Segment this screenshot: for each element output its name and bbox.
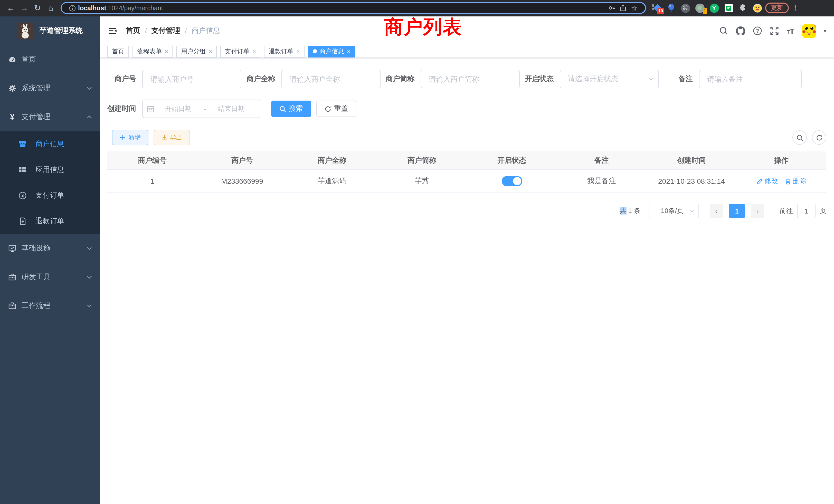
password-key-icon[interactable] bbox=[606, 4, 617, 12]
reset-button[interactable]: 重置 bbox=[316, 100, 356, 117]
close-icon[interactable]: × bbox=[253, 48, 256, 54]
close-icon[interactable]: × bbox=[209, 48, 212, 54]
goto-page-input[interactable] bbox=[797, 204, 815, 218]
share-icon[interactable] bbox=[617, 4, 629, 12]
avatar-dropdown-caret-icon[interactable]: ▾ bbox=[824, 28, 826, 33]
cell-full-name: 芋道源码 bbox=[287, 177, 377, 186]
filter-row-2: 创建时间 开始日期 - 结束日期 bbox=[107, 99, 826, 118]
extension-badge-1: 1 bbox=[703, 8, 707, 14]
filter-row-1: 商户号 商户全称 商户简称 开启状态 请选择开启状态 bbox=[107, 70, 826, 88]
url-host: localhost bbox=[78, 4, 106, 12]
status-toggle[interactable] bbox=[502, 176, 522, 186]
tab-merchant-info[interactable]: 商户信息× bbox=[308, 45, 355, 57]
export-button[interactable]: 导出 bbox=[154, 130, 190, 145]
font-size-icon[interactable]: TT bbox=[787, 26, 794, 35]
bookmark-star-icon[interactable]: ☆ bbox=[629, 4, 640, 12]
briefcase-icon bbox=[8, 273, 17, 281]
extension-y-icon[interactable]: Y bbox=[709, 3, 719, 13]
tab-refund-order[interactable]: 退款订单× bbox=[264, 45, 305, 57]
status-select[interactable]: 请选择开启状态 bbox=[560, 70, 659, 88]
close-icon[interactable]: × bbox=[297, 48, 300, 54]
add-button[interactable]: 新增 bbox=[112, 130, 148, 145]
end-date-placeholder: 结束日期 bbox=[207, 104, 256, 113]
merchant-name-input[interactable] bbox=[281, 70, 380, 88]
sidebar-item-system-management[interactable]: 系统管理 bbox=[0, 74, 100, 102]
merchant-short-name-input[interactable] bbox=[421, 70, 520, 88]
address-bar[interactable]: localhost:1024/pay/merchant ☆ bbox=[61, 2, 646, 14]
create-time-range-picker[interactable]: 开始日期 - 结束日期 bbox=[142, 99, 260, 118]
gear-icon bbox=[8, 84, 17, 92]
page-info-icon[interactable] bbox=[67, 4, 78, 12]
tab-pay-order[interactable]: 支付订单× bbox=[220, 45, 261, 57]
extension-chat-icon[interactable] bbox=[724, 3, 733, 13]
extension-emoji-icon[interactable] bbox=[752, 3, 762, 13]
navbar-actions: ? TT ▾ bbox=[719, 24, 826, 38]
extension-tabs-icon[interactable]: 10 bbox=[652, 3, 661, 13]
fullscreen-icon[interactable] bbox=[770, 26, 779, 36]
prev-page-button[interactable]: ‹ bbox=[710, 204, 723, 218]
browser-forward-button[interactable]: → bbox=[18, 1, 31, 15]
browser-back-button[interactable]: ← bbox=[4, 1, 18, 15]
close-icon[interactable]: × bbox=[165, 48, 168, 54]
extension-balloon-icon[interactable] bbox=[666, 3, 676, 13]
tab-home[interactable]: 首页 bbox=[107, 45, 129, 57]
sidebar-item-pay-management[interactable]: ¥ 支付管理 bbox=[0, 102, 100, 131]
page-size-select[interactable]: 10条/页 bbox=[649, 204, 699, 218]
sidebar-item-home[interactable]: 首页 bbox=[0, 45, 100, 74]
merchant-table: 商户编号 商户号 商户全称 商户简称 开启状态 备注 创建时间 操作 1 M23… bbox=[107, 152, 826, 193]
github-icon[interactable] bbox=[736, 26, 745, 36]
extension-command-icon[interactable]: ⌘ bbox=[680, 3, 690, 13]
page-number-1[interactable]: 1 bbox=[729, 204, 745, 218]
merchant-no-input[interactable] bbox=[142, 70, 241, 88]
sidebar-item-app-info[interactable]: 应用信息 bbox=[0, 157, 100, 183]
trash-icon bbox=[785, 178, 791, 184]
close-icon[interactable]: × bbox=[347, 48, 351, 54]
cell-create-time: 2021-10-23 08:31:14 bbox=[646, 177, 737, 185]
browser-menu-icon[interactable]: ⋮ bbox=[792, 4, 798, 12]
show-search-toggle-button[interactable] bbox=[792, 130, 807, 145]
next-page-button[interactable]: › bbox=[751, 204, 764, 218]
sidebar-item-workflow[interactable]: 工作流程 bbox=[0, 292, 100, 320]
chevron-down-icon bbox=[86, 303, 92, 309]
tab-process-form[interactable]: 流程表单× bbox=[132, 45, 173, 57]
breadcrumb: 首页 / 支付管理 / 商户信息 bbox=[126, 26, 220, 36]
filter-create-time: 创建时间 开始日期 - 结束日期 bbox=[107, 99, 260, 118]
extension-status-icon[interactable]: 1 bbox=[695, 3, 705, 13]
monitor-check-icon bbox=[8, 244, 17, 253]
sidebar-item-dev-tools[interactable]: 研发工具 bbox=[0, 263, 100, 292]
col-merchant-no: 商户号 bbox=[197, 156, 287, 165]
tab-user-group[interactable]: 用户分组× bbox=[176, 45, 217, 57]
pagination-total: 共 1 条 bbox=[620, 206, 640, 215]
browser-reload-button[interactable]: ↻ bbox=[31, 1, 44, 15]
search-icon[interactable] bbox=[719, 26, 728, 36]
browser-update-button[interactable]: 更新 bbox=[765, 3, 789, 13]
breadcrumb-pay-management[interactable]: 支付管理 bbox=[152, 26, 180, 36]
extension-puzzle-icon[interactable] bbox=[738, 3, 748, 13]
delete-link[interactable]: 删除 bbox=[785, 177, 807, 186]
svg-text:?: ? bbox=[756, 28, 759, 33]
sidebar-item-refund-order[interactable]: 退款订单 bbox=[0, 208, 100, 234]
sidebar-item-infrastructure[interactable]: 基础设施 bbox=[0, 234, 100, 263]
refresh-table-button[interactable] bbox=[812, 130, 826, 145]
sidebar-item-merchant-info[interactable]: 商户信息 bbox=[0, 131, 100, 157]
remark-input[interactable] bbox=[699, 70, 802, 88]
pagination-goto: 前往 页 bbox=[780, 204, 826, 218]
pencil-icon bbox=[756, 178, 763, 184]
breadcrumb-home[interactable]: 首页 bbox=[126, 26, 140, 36]
sidebar-toggle-hamburger-icon[interactable] bbox=[107, 26, 117, 36]
filter-status: 开启状态 请选择开启状态 bbox=[525, 70, 659, 88]
table-toolbar: 新增 导出 bbox=[112, 130, 826, 145]
app-root: ← → ↻ ⌂ localhost:1024/pay/merchant ☆ 10 bbox=[0, 0, 834, 504]
table-header-row: 商户编号 商户号 商户全称 商户简称 开启状态 备注 创建时间 操作 bbox=[107, 152, 826, 170]
edit-link[interactable]: 修改 bbox=[756, 177, 778, 186]
user-avatar[interactable] bbox=[802, 24, 816, 38]
col-remark: 备注 bbox=[557, 156, 646, 165]
help-icon[interactable]: ? bbox=[753, 26, 762, 36]
sidebar-item-pay-order[interactable]: ¥ 支付订单 bbox=[0, 183, 100, 208]
search-button[interactable]: 搜索 bbox=[271, 100, 311, 117]
dashboard-icon bbox=[8, 55, 17, 64]
app-logo[interactable]: 芋道管理系统 bbox=[0, 17, 100, 45]
browser-home-button[interactable]: ⌂ bbox=[44, 1, 58, 15]
chevron-down-icon bbox=[689, 208, 695, 214]
col-status: 开启状态 bbox=[467, 156, 557, 165]
